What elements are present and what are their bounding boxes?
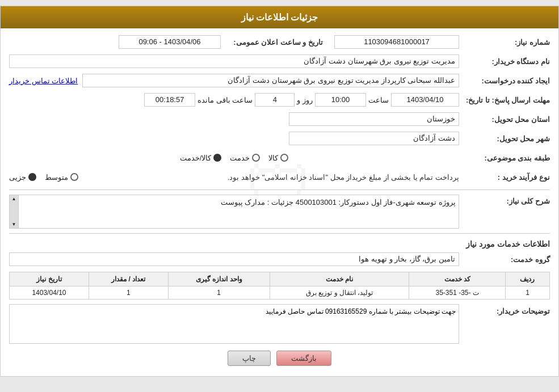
tabaqe-kala-option[interactable]: کالا (268, 154, 288, 162)
ostan-value: خوزستان (289, 112, 459, 126)
tabaqe-kala-khadamat-option[interactable]: کالا/خدمت (180, 154, 222, 162)
back-button[interactable]: بازگشت (276, 351, 331, 366)
cell-vahed: 1 (168, 286, 270, 300)
cell-radif: 1 (505, 286, 549, 300)
gorooh-khadamat-label: گروه خدمت: (459, 255, 550, 264)
cell-kod: ت -35- 351-35 (409, 286, 506, 300)
col-radif: ردیف (505, 272, 549, 286)
mohlat-label: مهلت ارسال پاسخ: تا تاریخ: (459, 96, 550, 104)
radio-kala-khadamat (213, 154, 221, 162)
noe-mottaset-option[interactable]: متوسط (45, 173, 78, 182)
radio-mottaset (70, 173, 78, 181)
buttons-row: بازگشت چاپ (9, 351, 550, 366)
print-button[interactable]: چاپ (228, 351, 271, 366)
tarikh-elaan-value: 1403/04/06 - 09:06 (119, 35, 221, 49)
cell-tedad: 1 (89, 286, 168, 300)
saat-value: 10:00 (315, 93, 366, 107)
tabaqe-kala-khadamat-label: کالا/خدمت (180, 154, 212, 162)
col-tedad: تعداد / مقدار (89, 272, 168, 286)
ettelaat-khadamat-title: اطلاعات خدمات مورد نیاز (9, 239, 550, 248)
sharh-koli-value: پروژه توسعه شهری-فاز اول دستورکار: 45001… (23, 198, 456, 206)
col-kod: کد خدمت (409, 272, 506, 286)
col-vahed: واحد اندازه گیری (168, 272, 270, 286)
shahr-value: دشت آزادگان (289, 132, 459, 145)
roz-label: روز و (295, 96, 315, 104)
radio-kala (280, 154, 288, 162)
sharh-scrollbar[interactable]: ▲ ▼ (10, 195, 19, 228)
scroll-down-arrow[interactable]: ▼ (11, 221, 18, 228)
noe-jozee-label: جزیی (9, 173, 26, 182)
services-table: ردیف کد خدمت نام خدمت واحد اندازه گیری ت… (9, 272, 550, 300)
scroll-up-arrow[interactable]: ▲ (11, 195, 18, 203)
ijad-konande-value: عبدالله سبحانی کارپرداز مدیریت توزیع نیر… (82, 74, 459, 87)
shomara-niaz-label: شماره نیاز: (459, 38, 550, 47)
tozeehat-label: توضیحات خریدار: (459, 304, 550, 315)
ostan-label: استان محل تحویل: (459, 115, 550, 124)
shomara-niaz-value: 1103094681000017 (334, 35, 459, 49)
page-title: جزئیات اطلاعات نیاز (1, 6, 558, 28)
saat-label: ساعت (366, 96, 391, 104)
radio-khadamat (252, 154, 260, 162)
cell-tarikh: 1403/04/10 (10, 286, 89, 300)
tabaqe-label: طبقه بندی موضوعی: (459, 154, 550, 162)
baqi-value: 00:18:57 (144, 93, 195, 107)
shahr-label: شهر محل تحویل: (459, 134, 550, 143)
ettelaat-tamas-link[interactable]: اطلاعات تماس خریدار (9, 77, 78, 85)
sharh-koli-box: ▲ ▼ پروژه توسعه شهری-فاز اول دستورکار: 4… (9, 195, 459, 229)
tabaqe-kala-label: کالا (268, 154, 278, 162)
gorooh-khadamat-value: تامین برق، گاز، بخار و تهویه هوا (9, 252, 459, 266)
baqi-label: ساعت باقی مانده (195, 96, 255, 104)
cell-nam: تولید، انتقال و توزیع برق (270, 286, 409, 300)
sharh-koli-label: شرح کلی نیاز: (459, 195, 550, 205)
tabaqe-khadamat-label: خدمت (230, 154, 250, 162)
table-row: 1 ت -35- 351-35 تولید، انتقال و توزیع بر… (10, 286, 550, 300)
noe-jozee-option[interactable]: جزیی (9, 173, 36, 182)
tarikh-elaan-label: تاریخ و ساعت اعلان عمومی: (221, 38, 323, 47)
ijad-konande-label: ایجاد کننده درخواست: (459, 77, 550, 85)
radio-jozee (28, 173, 36, 181)
tarikh-value: 1403/04/10 (391, 93, 459, 107)
tabaqe-khadamat-option[interactable]: خدمت (230, 154, 260, 162)
noe-mottaset-label: متوسط (45, 173, 68, 182)
noe-text: پرداخت تمام یا بخشی از مبلغ خریداز محل "… (87, 173, 459, 182)
col-nam: نام خدمت (270, 272, 409, 286)
roz-value: 4 (255, 93, 295, 107)
tozeehat-textarea[interactable] (9, 304, 459, 344)
nam-dastgah-label: نام دستگاه خریدار: (459, 57, 550, 66)
noe-farayand-label: نوع فرآیند خرید : (459, 173, 550, 182)
nam-dastgah-value: مدیریت توزیع نیروی برق شهرستان دشت آزادگ… (9, 54, 459, 68)
col-tarikh: تاریخ نیاز (10, 272, 89, 286)
